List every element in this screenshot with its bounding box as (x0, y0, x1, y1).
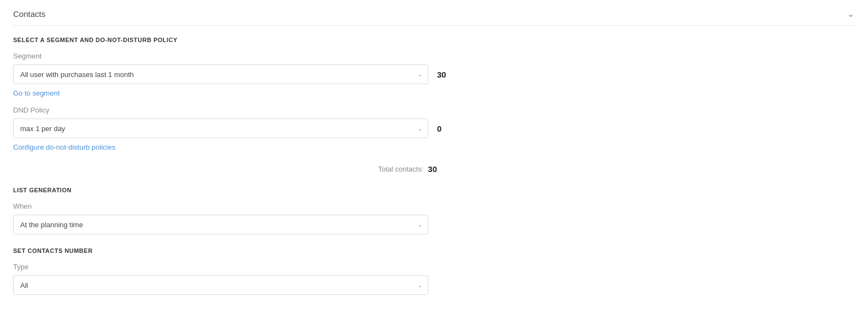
panel-title: Contacts (13, 9, 45, 19)
contacts-panel: Contacts ⌄ SELECT A SEGMENT AND DO-NOT-D… (0, 0, 868, 331)
when-select[interactable]: At the planning time (13, 215, 428, 234)
dnd-field-label: DND Policy (13, 106, 855, 114)
panel-header: Contacts ⌄ (13, 9, 855, 26)
dnd-count: 0 (437, 124, 453, 133)
total-contacts-value: 30 (428, 164, 437, 174)
set-contacts-number-section: SET CONTACTS NUMBER Type All ⌄ (13, 247, 855, 295)
type-select-wrapper: All ⌄ (13, 275, 428, 295)
segment-field-label: Segment (13, 52, 855, 60)
segment-count: 30 (437, 70, 453, 79)
segment-select[interactable]: All user with purchases last 1 month (13, 64, 428, 84)
dnd-select[interactable]: max 1 per day (13, 119, 428, 138)
total-contacts-row: Total contacts: 30 (13, 164, 437, 174)
list-generation-label: LIST GENERATION (13, 187, 855, 193)
when-field-row: At the planning time ⌄ (13, 215, 855, 234)
type-field-row: All ⌄ (13, 275, 855, 295)
when-select-wrapper: At the planning time ⌄ (13, 215, 428, 234)
go-to-segment-link[interactable]: Go to segment (13, 89, 60, 97)
dnd-field-row: max 1 per day ⌄ 0 (13, 119, 855, 138)
configure-dnd-link[interactable]: Configure do-not-disturb policies (13, 143, 115, 151)
segment-policy-section: SELECT A SEGMENT AND DO-NOT-DISTURB POLI… (13, 37, 855, 174)
dnd-select-wrapper: max 1 per day ⌄ (13, 119, 428, 138)
segment-policy-label: SELECT A SEGMENT AND DO-NOT-DISTURB POLI… (13, 37, 855, 43)
when-field-label: When (13, 202, 855, 210)
segment-select-wrapper: All user with purchases last 1 month ⌄ (13, 64, 428, 84)
set-contacts-number-label: SET CONTACTS NUMBER (13, 247, 855, 254)
list-generation-section: LIST GENERATION When At the planning tim… (13, 187, 855, 234)
total-contacts-label: Total contacts: (378, 165, 423, 173)
collapse-button[interactable]: ⌄ (847, 9, 855, 19)
segment-field-row: All user with purchases last 1 month ⌄ 3… (13, 64, 855, 84)
type-field-label: Type (13, 263, 855, 271)
type-select[interactable]: All (13, 275, 428, 295)
